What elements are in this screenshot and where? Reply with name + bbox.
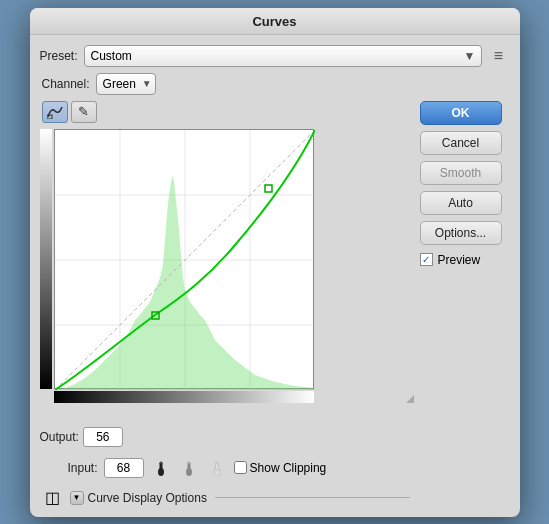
svg-marker-13 — [159, 461, 163, 464]
curve-display-toggle[interactable]: ▼ — [70, 491, 84, 505]
input-label: Input: — [68, 461, 98, 475]
preset-select[interactable]: Custom — [84, 45, 482, 67]
output-value[interactable] — [83, 427, 123, 447]
svg-marker-16 — [187, 461, 191, 464]
title-bar: Curves — [30, 8, 520, 35]
gray-eyedropper[interactable] — [178, 457, 200, 479]
preset-label: Preset: — [40, 49, 78, 63]
auto-button[interactable]: Auto — [420, 191, 502, 215]
preview-label: Preview — [438, 253, 481, 267]
black-eyedropper[interactable] — [150, 457, 172, 479]
corner-indicator — [406, 395, 414, 403]
preview-row: ✓ Preview — [420, 253, 510, 267]
smooth-button[interactable]: Smooth — [420, 161, 502, 185]
svg-rect-10 — [265, 185, 272, 192]
curve-graph[interactable] — [54, 129, 314, 389]
output-gradient — [40, 129, 52, 389]
curve-draw-tool[interactable] — [42, 101, 68, 123]
channel-label: Channel: — [42, 77, 90, 91]
hand-tool[interactable]: ◫ — [42, 487, 64, 509]
input-value[interactable] — [104, 458, 144, 478]
white-eyedropper[interactable] — [206, 457, 228, 479]
curves-dialog: Curves Preset: Custom ▼ ≡ Channel: — [30, 8, 520, 517]
options-button[interactable]: Options... — [420, 221, 502, 245]
pencil-tool[interactable]: ✎ — [71, 101, 97, 123]
channel-select[interactable]: Green — [96, 73, 156, 95]
show-clipping-label: Show Clipping — [250, 461, 327, 475]
input-gradient — [54, 391, 314, 403]
curve-display-label: Curve Display Options — [88, 491, 207, 505]
curve-svg — [55, 130, 315, 390]
cancel-button[interactable]: Cancel — [420, 131, 502, 155]
output-label: Output: — [40, 430, 79, 444]
adjust-icon[interactable]: ≡ — [488, 45, 510, 67]
show-clipping-checkbox[interactable] — [234, 461, 247, 474]
preview-checkbox[interactable]: ✓ — [420, 253, 433, 266]
right-panel: OK Cancel Smooth Auto Options... ✓ Previ… — [420, 73, 510, 509]
dialog-title: Curves — [252, 14, 296, 29]
ok-button[interactable]: OK — [420, 101, 502, 125]
